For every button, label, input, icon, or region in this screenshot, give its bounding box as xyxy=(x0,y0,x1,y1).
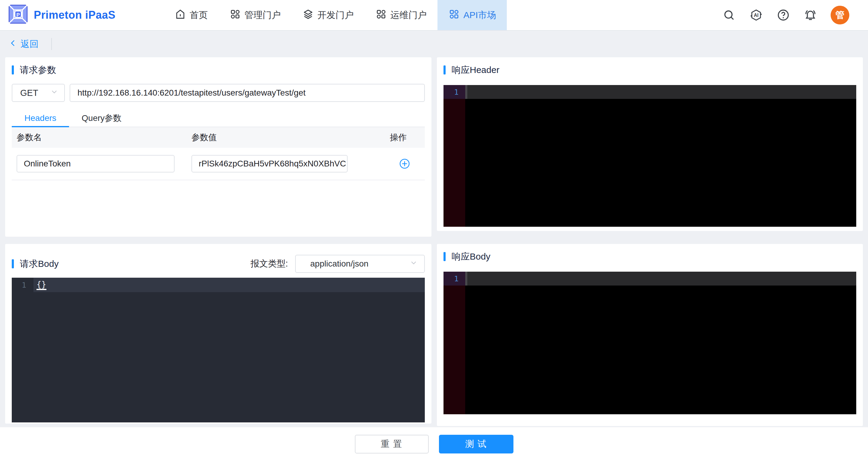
editor-cursor xyxy=(465,272,467,285)
main-content: 请求参数 GET http://192.168.16.140:6201/test… xyxy=(0,57,868,426)
search-icon[interactable] xyxy=(722,8,736,22)
editor-empty-line xyxy=(467,272,856,285)
title-accent-bar xyxy=(12,65,14,74)
editor-body xyxy=(443,285,856,414)
editor-body xyxy=(443,99,856,227)
editor-line: 1 xyxy=(443,85,856,99)
nav-item-label: 运维门户 xyxy=(391,9,427,22)
request-body-title: 请求Body xyxy=(20,258,59,270)
response-header-editor[interactable]: 1 xyxy=(443,85,856,227)
reset-button[interactable]: 重 置 xyxy=(355,435,429,454)
nav-item-api-market[interactable]: API市场 xyxy=(437,0,507,30)
title-accent-bar xyxy=(443,252,445,261)
primeton-logo-icon: P xyxy=(8,4,28,26)
content-type-select[interactable]: application/json xyxy=(295,255,425,273)
nav-item-admin-portal[interactable]: 管理门户 xyxy=(219,0,291,30)
response-column: 响应Header 1 响应 xyxy=(437,57,863,426)
col-header-name: 参数名 xyxy=(17,132,191,143)
content-type-group: 报文类型: application/json xyxy=(251,255,425,273)
top-navbar: P Primeton iPaaS 首页 xyxy=(0,0,868,31)
title-accent-bar xyxy=(443,65,445,74)
line-number: 1 xyxy=(443,272,465,285)
brand-name: Primeton iPaaS xyxy=(34,9,116,22)
param-name-input[interactable]: OnlineToken xyxy=(17,155,175,173)
request-body-header: 请求Body 报文类型: application/json xyxy=(12,255,425,273)
method-value: GET xyxy=(20,88,38,98)
app-root: P Primeton iPaaS 首页 xyxy=(0,0,868,426)
line-number: 1 xyxy=(12,278,33,292)
nav-item-label: 管理门户 xyxy=(245,9,281,22)
request-params-title: 请求参数 xyxy=(20,64,56,76)
editor-cursor xyxy=(465,85,467,99)
test-button[interactable]: 测 试 xyxy=(439,435,514,454)
response-header-panel: 响应Header 1 xyxy=(437,57,863,231)
nav-item-label: API市场 xyxy=(463,9,496,22)
col-header-value: 参数值 xyxy=(191,132,365,143)
param-tabs: Headers Query参数 xyxy=(12,110,425,127)
panel-title: 请求Body xyxy=(12,258,59,269)
help-icon[interactable] xyxy=(776,8,790,22)
url-row: GET http://192.168.16.140:6201/testapite… xyxy=(12,84,425,102)
chevron-down-icon xyxy=(410,259,417,269)
table-row: OnlineToken rPlSk46zpCBaH5vPK68hq5xN0XBh… xyxy=(12,148,425,180)
main-nav: 首页 管理门户 开发门户 xyxy=(164,0,507,30)
panel-title: 请求参数 xyxy=(12,64,425,75)
home-icon xyxy=(175,8,186,22)
content-type-label: 报文类型: xyxy=(251,258,288,270)
back-button[interactable]: 返回 xyxy=(9,38,39,50)
request-body-panel: 请求Body 报文类型: application/json xyxy=(5,244,431,424)
tab-headers[interactable]: Headers xyxy=(12,110,69,127)
url-input[interactable]: http://192.168.16.140:6201/testapitest/u… xyxy=(70,84,425,102)
chevron-down-icon xyxy=(50,88,58,98)
back-label: 返回 xyxy=(21,38,39,50)
grid-icon xyxy=(375,8,387,22)
ai-icon[interactable]: AI xyxy=(749,8,763,22)
editor-empty-line xyxy=(467,85,856,99)
navbar-actions: AI 管 xyxy=(722,0,868,30)
editor-line: 1 {} xyxy=(12,278,425,292)
action-footer: 重 置 测 试 xyxy=(0,427,868,461)
param-value-input[interactable]: rPlSk46zpCBaH5vPK68hq5xN0XBhVC xyxy=(191,155,348,173)
layers-icon xyxy=(302,8,314,22)
panel-title: 响应Body xyxy=(443,251,856,262)
response-header-title: 响应Header xyxy=(452,64,499,76)
nav-item-label: 开发门户 xyxy=(317,9,354,22)
tab-query-params[interactable]: Query参数 xyxy=(69,110,134,127)
nav-item-dev-portal[interactable]: 开发门户 xyxy=(291,0,365,30)
svg-text:P: P xyxy=(16,12,20,18)
editor-content: {} xyxy=(36,280,46,290)
param-value-cell: rPlSk46zpCBaH5vPK68hq5xN0XBhVC xyxy=(191,155,365,173)
title-accent-bar xyxy=(12,259,14,268)
editor-gutter xyxy=(443,99,465,227)
active-line: {} xyxy=(33,278,425,292)
breadcrumb: 返回 xyxy=(0,31,868,57)
editor-content-area xyxy=(465,285,856,414)
response-body-editor[interactable]: 1 xyxy=(443,272,856,414)
nav-item-home[interactable]: 首页 xyxy=(164,0,219,30)
editor-content-area xyxy=(465,99,856,227)
avatar[interactable]: 管 xyxy=(831,6,849,24)
editor-line: 1 xyxy=(443,272,856,285)
svg-text:AI: AI xyxy=(754,13,758,18)
bell-icon[interactable] xyxy=(804,8,817,22)
request-params-panel: 请求参数 GET http://192.168.16.140:6201/test… xyxy=(5,57,431,237)
response-body-panel: 响应Body 1 xyxy=(437,244,863,426)
response-body-title: 响应Body xyxy=(452,250,490,263)
content-type-value: application/json xyxy=(310,259,368,269)
add-row-icon[interactable] xyxy=(399,158,410,170)
nav-item-label: 首页 xyxy=(190,9,208,22)
editor-gutter xyxy=(443,285,465,414)
chevron-left-icon xyxy=(9,39,17,49)
grid-icon xyxy=(229,8,241,22)
line-number: 1 xyxy=(443,85,465,99)
brand[interactable]: P Primeton iPaaS xyxy=(0,0,116,30)
param-table-header: 参数名 参数值 操作 xyxy=(12,127,425,148)
panel-title: 响应Header xyxy=(443,64,856,75)
request-column: 请求参数 GET http://192.168.16.140:6201/test… xyxy=(5,57,431,424)
nav-item-ops-portal[interactable]: 运维门户 xyxy=(365,0,437,30)
col-header-actions: 操作 xyxy=(365,132,425,143)
method-select[interactable]: GET xyxy=(12,84,65,102)
request-body-editor[interactable]: 1 {} xyxy=(12,278,425,422)
breadcrumb-divider xyxy=(51,38,52,50)
param-actions-cell xyxy=(365,158,425,170)
